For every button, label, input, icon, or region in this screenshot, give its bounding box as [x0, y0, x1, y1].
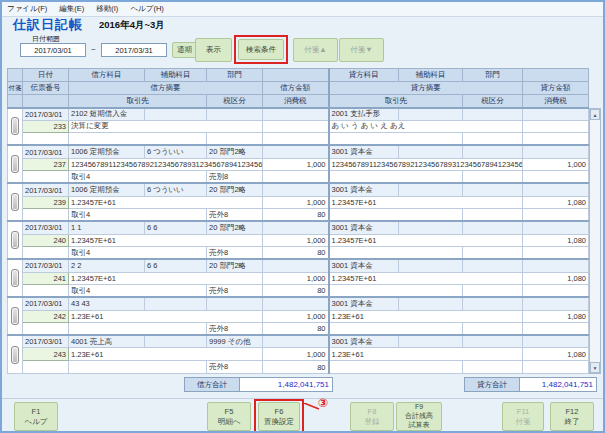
cell-debit-sub[interactable]: 6 つういい — [145, 183, 207, 196]
cell-credit-dept[interactable] — [463, 259, 523, 272]
cell-debit-summary[interactable]: 決算に変更 — [69, 120, 263, 133]
vertical-scrollbar[interactable]: ▲ ▼ — [589, 108, 601, 374]
fusen-cell[interactable] — [8, 108, 23, 146]
cell-credit-tax-class[interactable] — [463, 323, 523, 336]
cell-blank[interactable] — [523, 335, 589, 348]
cell-credit-sub[interactable] — [399, 259, 463, 272]
cell-credit-tax-class[interactable] — [463, 133, 523, 146]
f5-detail-button[interactable]: F5 明細へ — [207, 402, 251, 431]
cell-credit-sub[interactable] — [399, 297, 463, 310]
cell-debit-dept[interactable]: 20 部門2略 — [207, 259, 263, 272]
cell-debit-account[interactable]: 2 2 — [69, 259, 145, 272]
cell-credit-amount[interactable]: 1,080 — [523, 310, 589, 323]
cell-debit-dept[interactable] — [207, 297, 263, 310]
cell-credit-tax-class[interactable] — [463, 247, 523, 260]
cell-debit-sub[interactable]: 6 6 — [145, 259, 207, 272]
cell-date[interactable]: 2017/03/01 — [23, 259, 69, 272]
cell-blank[interactable] — [23, 361, 69, 374]
cell-credit-sub[interactable] — [399, 183, 463, 196]
cell-debit-dept[interactable]: 20 部門2略 — [207, 221, 263, 234]
cell-date[interactable]: 2017/03/01 — [23, 145, 69, 158]
cell-credit-tax[interactable] — [523, 247, 589, 260]
cell-credit-client[interactable] — [329, 361, 463, 374]
cell-credit-amount[interactable]: 1,000 — [523, 158, 589, 171]
cell-credit-account[interactable]: 3001 資本金 — [329, 259, 399, 272]
cell-credit-tax[interactable] — [523, 285, 589, 298]
scroll-up-icon[interactable]: ▲ — [590, 109, 600, 120]
cell-date[interactable]: 2017/03/01 — [23, 335, 69, 348]
cell-debit-tax[interactable]: 80 — [263, 323, 329, 336]
cell-slip-no[interactable]: 242 — [23, 310, 69, 323]
cell-credit-client[interactable] — [329, 247, 463, 260]
cell-debit-client[interactable] — [69, 323, 207, 336]
fusen-cell[interactable] — [8, 259, 23, 297]
cell-blank[interactable] — [263, 221, 329, 234]
paperclip-icon[interactable] — [11, 346, 19, 364]
cell-credit-summary[interactable]: あ い う あ い え あえ — [329, 120, 523, 133]
cell-debit-amount[interactable]: 1,000 — [263, 348, 329, 361]
cell-debit-tax-class[interactable]: 売別8 — [207, 171, 263, 184]
cell-blank[interactable] — [523, 297, 589, 310]
cell-debit-tax[interactable]: 80 — [263, 285, 329, 298]
cell-debit-summary[interactable]: 1.23457E+61 — [69, 234, 263, 247]
cell-credit-sub[interactable] — [399, 108, 463, 121]
cell-credit-summary[interactable]: 1.23457E+61 — [329, 272, 523, 285]
cell-debit-amount[interactable] — [263, 120, 329, 133]
cell-credit-tax-class[interactable] — [463, 209, 523, 222]
cell-credit-client[interactable] — [329, 209, 463, 222]
date-from-input[interactable] — [20, 43, 86, 57]
cell-date[interactable]: 2017/03/01 — [23, 221, 69, 234]
cell-credit-dept[interactable] — [463, 297, 523, 310]
f11-fusen-button[interactable]: F11 付箋 — [502, 402, 544, 431]
cell-debit-tax[interactable]: 80 — [263, 209, 329, 222]
paperclip-icon[interactable] — [11, 155, 19, 173]
cell-slip-no[interactable]: 243 — [23, 348, 69, 361]
fusen-up-button[interactable]: 付箋▲ — [293, 38, 338, 62]
menu-move[interactable]: 移動(I) — [96, 4, 118, 14]
cell-credit-tax-class[interactable] — [463, 171, 523, 184]
cell-debit-amount[interactable]: 1,000 — [263, 272, 329, 285]
fusen-down-button[interactable]: 付箋▼ — [339, 38, 384, 62]
cell-credit-tax[interactable] — [523, 171, 589, 184]
cell-credit-client[interactable] — [329, 133, 463, 146]
cell-debit-amount[interactable]: 1,000 — [263, 310, 329, 323]
cell-credit-account[interactable]: 3001 資本金 — [329, 221, 399, 234]
cell-debit-amount[interactable]: 1,000 — [263, 196, 329, 209]
cell-credit-amount[interactable]: 1,080 — [523, 234, 589, 247]
cell-debit-dept[interactable]: 20 部門2略 — [207, 145, 263, 158]
cell-debit-account[interactable]: 1006 定期預金 — [69, 183, 145, 196]
paperclip-icon[interactable] — [11, 193, 19, 211]
cell-credit-amount[interactable]: 1,080 — [523, 272, 589, 285]
cell-debit-tax[interactable]: 80 — [263, 361, 329, 374]
cell-blank[interactable] — [23, 171, 69, 184]
cell-debit-sub[interactable]: 6 6 — [145, 221, 207, 234]
cell-debit-sub[interactable] — [145, 108, 207, 121]
cell-credit-account[interactable]: 3001 資本金 — [329, 335, 399, 348]
cell-date[interactable]: 2017/03/01 — [23, 108, 69, 121]
cell-debit-amount[interactable]: 1,000 — [263, 158, 329, 171]
cell-debit-account[interactable]: 4001 売上高 — [69, 335, 145, 348]
cell-blank[interactable] — [263, 259, 329, 272]
cell-debit-tax-class[interactable] — [207, 133, 263, 146]
cell-slip-no[interactable]: 240 — [23, 234, 69, 247]
cell-debit-dept[interactable]: 9999 その他 — [207, 335, 263, 348]
fusen-cell[interactable] — [8, 183, 23, 221]
cell-slip-no[interactable]: 237 — [23, 158, 69, 171]
cell-debit-sub[interactable]: 6 つういい — [145, 145, 207, 158]
date-to-input[interactable] — [101, 43, 167, 57]
cell-credit-account[interactable]: 3001 資本金 — [329, 183, 399, 196]
cell-debit-client[interactable]: 取引4 — [69, 285, 207, 298]
cell-slip-no[interactable]: 239 — [23, 196, 69, 209]
cell-credit-tax-class[interactable] — [463, 285, 523, 298]
cell-credit-summary[interactable]: 1.23457E+61 — [329, 234, 523, 247]
paperclip-icon[interactable] — [11, 117, 19, 135]
cell-debit-tax-class[interactable]: 売外8 — [207, 247, 263, 260]
cell-debit-tax[interactable]: 80 — [263, 247, 329, 260]
cell-credit-sub[interactable] — [399, 221, 463, 234]
cell-debit-tax-class[interactable]: 売外8 — [207, 209, 263, 222]
cell-blank[interactable] — [523, 183, 589, 196]
display-button[interactable]: 表示 — [195, 38, 232, 62]
cell-debit-client[interactable]: 取引4 — [69, 209, 207, 222]
f1-help-button[interactable]: F1 ヘルプ — [14, 402, 58, 431]
cell-debit-summary[interactable]: 1.23457E+61 — [69, 272, 263, 285]
